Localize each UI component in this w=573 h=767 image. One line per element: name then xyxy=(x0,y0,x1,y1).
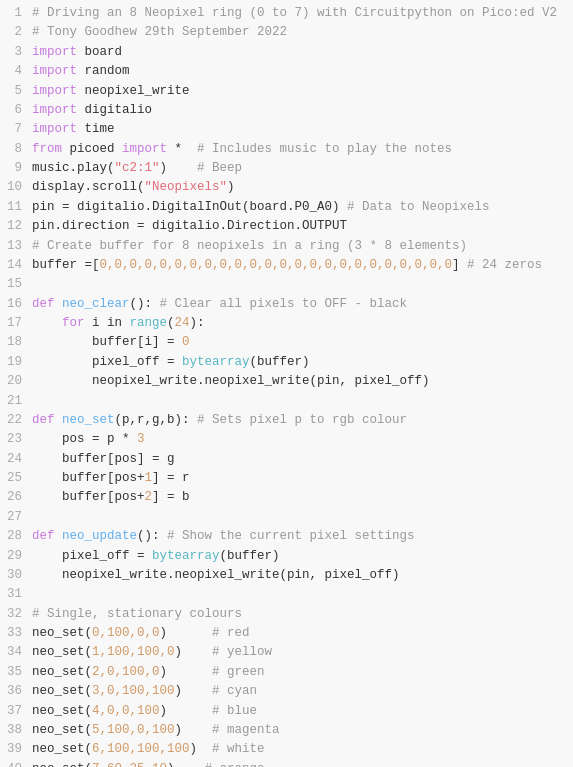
code-line: neo_set(5,100,0,100) # magenta xyxy=(32,721,573,740)
code-line xyxy=(32,392,573,411)
line-number: 23 xyxy=(0,430,22,449)
line-number: 10 xyxy=(0,178,22,197)
line-number: 26 xyxy=(0,488,22,507)
line-number: 33 xyxy=(0,624,22,643)
code-line: def neo_clear(): # Clear all pixels to O… xyxy=(32,295,573,314)
code-line: import random xyxy=(32,62,573,81)
line-numbers: 1234567891011121314151617181920212223242… xyxy=(0,4,32,767)
line-number: 39 xyxy=(0,740,22,759)
code-line: # Tony Goodhew 29th September 2022 xyxy=(32,23,573,42)
code-line: buffer[pos] = g xyxy=(32,450,573,469)
line-number: 19 xyxy=(0,353,22,372)
code-line: buffer[pos+2] = b xyxy=(32,488,573,507)
code-content[interactable]: # Driving an 8 Neopixel ring (0 to 7) wi… xyxy=(32,4,573,767)
line-number: 29 xyxy=(0,547,22,566)
code-line: # Create buffer for 8 neopixels in a rin… xyxy=(32,237,573,256)
code-line xyxy=(32,508,573,527)
code-line: display.scroll("Neopixels") xyxy=(32,178,573,197)
code-editor: 1234567891011121314151617181920212223242… xyxy=(0,0,573,767)
code-line: neo_set(7,60,25,10) # orange xyxy=(32,760,573,767)
line-number: 31 xyxy=(0,585,22,604)
line-number: 35 xyxy=(0,663,22,682)
code-line: import board xyxy=(32,43,573,62)
line-number: 24 xyxy=(0,450,22,469)
code-line: buffer =[0,0,0,0,0,0,0,0,0,0,0,0,0,0,0,0… xyxy=(32,256,573,275)
line-number: 15 xyxy=(0,275,22,294)
code-line: def neo_set(p,r,g,b): # Sets pixel p to … xyxy=(32,411,573,430)
code-line: neo_set(0,100,0,0) # red xyxy=(32,624,573,643)
code-line: pixel_off = bytearray(buffer) xyxy=(32,547,573,566)
code-line: buffer[i] = 0 xyxy=(32,333,573,352)
line-number: 7 xyxy=(0,120,22,139)
line-number: 22 xyxy=(0,411,22,430)
line-number: 3 xyxy=(0,43,22,62)
line-number: 18 xyxy=(0,333,22,352)
code-line: neopixel_write.neopixel_write(pin, pixel… xyxy=(32,566,573,585)
line-number: 34 xyxy=(0,643,22,662)
code-line: def neo_update(): # Show the current pix… xyxy=(32,527,573,546)
code-line: pin.direction = digitalio.Direction.OUTP… xyxy=(32,217,573,236)
line-number: 5 xyxy=(0,82,22,101)
line-number: 17 xyxy=(0,314,22,333)
line-number: 16 xyxy=(0,295,22,314)
code-line: import neopixel_write xyxy=(32,82,573,101)
line-number: 14 xyxy=(0,256,22,275)
code-line: buffer[pos+1] = r xyxy=(32,469,573,488)
line-number: 11 xyxy=(0,198,22,217)
code-line: # Single, stationary colours xyxy=(32,605,573,624)
line-number: 36 xyxy=(0,682,22,701)
code-line: neo_set(4,0,0,100) # blue xyxy=(32,702,573,721)
code-line: pos = p * 3 xyxy=(32,430,573,449)
code-line: neo_set(3,0,100,100) # cyan xyxy=(32,682,573,701)
line-number: 1 xyxy=(0,4,22,23)
code-line: import digitalio xyxy=(32,101,573,120)
code-line: music.play("c2:1") # Beep xyxy=(32,159,573,178)
code-line: from picoed import * # Includes music to… xyxy=(32,140,573,159)
line-number: 12 xyxy=(0,217,22,236)
line-number: 9 xyxy=(0,159,22,178)
code-line: neo_set(1,100,100,0) # yellow xyxy=(32,643,573,662)
line-number: 38 xyxy=(0,721,22,740)
line-number: 37 xyxy=(0,702,22,721)
line-number: 4 xyxy=(0,62,22,81)
line-number: 32 xyxy=(0,605,22,624)
code-line: # Driving an 8 Neopixel ring (0 to 7) wi… xyxy=(32,4,573,23)
line-number: 6 xyxy=(0,101,22,120)
code-line: pixel_off = bytearray(buffer) xyxy=(32,353,573,372)
code-line: neo_set(2,0,100,0) # green xyxy=(32,663,573,682)
line-number: 21 xyxy=(0,392,22,411)
line-number: 40 xyxy=(0,760,22,767)
line-number: 30 xyxy=(0,566,22,585)
code-line: neopixel_write.neopixel_write(pin, pixel… xyxy=(32,372,573,391)
line-number: 27 xyxy=(0,508,22,527)
code-line: pin = digitalio.DigitalInOut(board.P0_A0… xyxy=(32,198,573,217)
line-number: 28 xyxy=(0,527,22,546)
code-line xyxy=(32,585,573,604)
line-number: 2 xyxy=(0,23,22,42)
code-line: import time xyxy=(32,120,573,139)
line-number: 20 xyxy=(0,372,22,391)
code-line: for i in range(24): xyxy=(32,314,573,333)
line-number: 25 xyxy=(0,469,22,488)
line-number: 8 xyxy=(0,140,22,159)
code-line: neo_set(6,100,100,100) # white xyxy=(32,740,573,759)
code-line xyxy=(32,275,573,294)
line-number: 13 xyxy=(0,237,22,256)
